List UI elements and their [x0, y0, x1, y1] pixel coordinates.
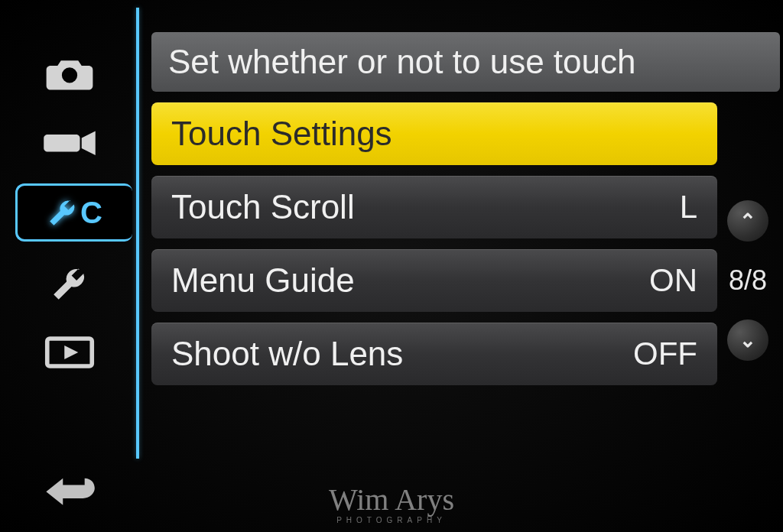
- tab-divider: [136, 8, 139, 459]
- chevron-down-icon: ⌄: [739, 329, 756, 352]
- menu-row-touch-settings[interactable]: Touch Settings: [151, 102, 717, 165]
- page-up-button[interactable]: ⌃: [727, 200, 768, 242]
- menu-row-shoot-wo-lens[interactable]: Shoot w/o Lens OFF: [151, 323, 717, 385]
- watermark-sub: PHOTOGRAPHY: [329, 517, 454, 524]
- tab-playback[interactable]: [20, 326, 119, 379]
- page-indicator: 8/8: [729, 264, 767, 297]
- menu-row-label: Menu Guide: [171, 261, 355, 300]
- wrench-icon: [50, 264, 89, 303]
- chevron-up-icon: ⌃: [739, 209, 756, 233]
- menu-row-value: L: [680, 189, 697, 225]
- tab-video[interactable]: [20, 115, 119, 168]
- back-arrow-icon: [43, 472, 96, 508]
- camera-menu-screen: C Set whether or not to use touch Touch …: [0, 0, 783, 532]
- pager: ⌃ 8/8 ⌄: [725, 200, 771, 361]
- sidebar: C: [12, 46, 127, 379]
- menu-row-value: ON: [649, 262, 697, 299]
- page-down-button[interactable]: ⌄: [727, 320, 768, 361]
- wrench-c-icon: [47, 196, 79, 229]
- watermark-name: Wim Arys: [329, 482, 454, 517]
- menu-row-menu-guide[interactable]: Menu Guide ON: [151, 249, 717, 312]
- tab-camera[interactable]: [20, 46, 119, 99]
- playback-icon: [42, 333, 97, 371]
- menu-row-touch-scroll[interactable]: Touch Scroll L: [151, 176, 717, 238]
- tab-setup[interactable]: [20, 257, 119, 310]
- menu-row-value: OFF: [633, 336, 697, 372]
- menu-row-label: Touch Scroll: [171, 188, 355, 226]
- tab-custom-letter: C: [80, 196, 102, 230]
- camera-icon: [42, 54, 97, 92]
- description-text: Set whether or not to use touch: [168, 43, 636, 81]
- menu-row-label: Touch Settings: [171, 115, 392, 153]
- watermark: Wim Arys PHOTOGRAPHY: [329, 485, 454, 524]
- menu-item-description: Set whether or not to use touch: [151, 32, 780, 92]
- menu-row-label: Shoot w/o Lens: [171, 335, 403, 373]
- video-icon: [42, 122, 97, 161]
- menu-rows: Touch Settings Touch Scroll L Menu Guide…: [151, 102, 717, 385]
- back-button[interactable]: [43, 472, 96, 511]
- tab-custom[interactable]: C: [15, 183, 132, 242]
